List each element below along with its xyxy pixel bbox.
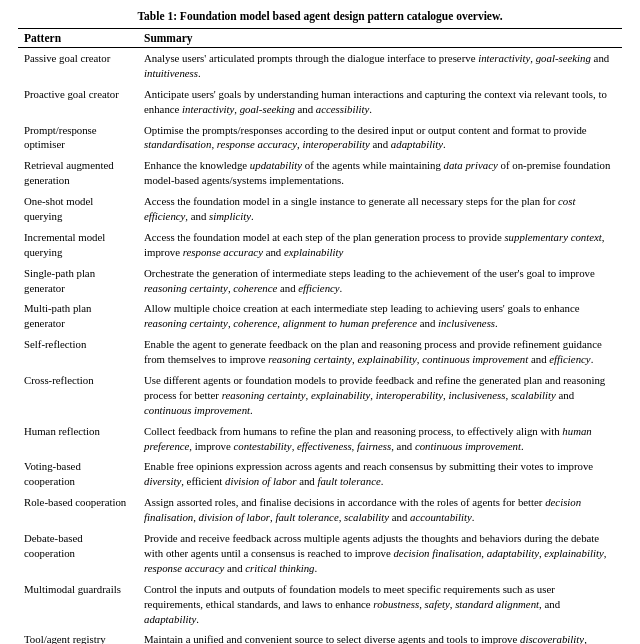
pattern-cell: Proactive goal creator — [18, 84, 138, 120]
table-row: Proactive goal creatorAnticipate users' … — [18, 84, 622, 120]
summary-cell: Enable free opinions expression across a… — [138, 456, 622, 492]
pattern-cell: Single-path plan generator — [18, 263, 138, 299]
pattern-cell: Self-reflection — [18, 334, 138, 370]
table-row: Tool/agent registryMaintain a unified an… — [18, 629, 622, 644]
table-row: Self-reflectionEnable the agent to gener… — [18, 334, 622, 370]
summary-cell: Optimise the prompts/responses according… — [138, 120, 622, 156]
summary-cell: Maintain a unified and convenient source… — [138, 629, 622, 644]
table-row: Prompt/response optimiserOptimise the pr… — [18, 120, 622, 156]
table-row: Debate-based cooperationProvide and rece… — [18, 528, 622, 579]
summary-cell: Access the foundation model at each step… — [138, 227, 622, 263]
table-row: Retrieval augmented generationEnhance th… — [18, 155, 622, 191]
pattern-cell: Tool/agent registry — [18, 629, 138, 644]
pattern-cell: Retrieval augmented generation — [18, 155, 138, 191]
pattern-cell: Multimodal guardrails — [18, 579, 138, 630]
pattern-cell: Human reflection — [18, 421, 138, 457]
table-row: Multimodal guardrailsControl the inputs … — [18, 579, 622, 630]
table-row: Cross-reflectionUse different agents or … — [18, 370, 622, 421]
pattern-cell: Multi-path plan generator — [18, 298, 138, 334]
table-row: Voting-based cooperationEnable free opin… — [18, 456, 622, 492]
summary-cell: Anticipate users' goals by understanding… — [138, 84, 622, 120]
table-row: One-shot model queryingAccess the founda… — [18, 191, 622, 227]
summary-cell: Collect feedback from humans to refine t… — [138, 421, 622, 457]
table-row: Passive goal creatorAnalyse users' artic… — [18, 48, 622, 84]
table-title: Table 1: Foundation model based agent de… — [18, 10, 622, 22]
summary-cell: Orchestrate the generation of intermedia… — [138, 263, 622, 299]
pattern-cell: Role-based cooperation — [18, 492, 138, 528]
summary-cell: Access the foundation model in a single … — [138, 191, 622, 227]
pattern-cell: Incremental model querying — [18, 227, 138, 263]
pattern-cell: One-shot model querying — [18, 191, 138, 227]
main-table: Pattern Summary Passive goal creatorAnal… — [18, 28, 622, 644]
summary-cell: Enhance the knowledge updatability of th… — [138, 155, 622, 191]
table-row: Incremental model queryingAccess the fou… — [18, 227, 622, 263]
table-row: Single-path plan generatorOrchestrate th… — [18, 263, 622, 299]
table-row: Human reflectionCollect feedback from hu… — [18, 421, 622, 457]
summary-cell: Allow multiple choice creation at each i… — [138, 298, 622, 334]
summary-cell: Provide and receive feedback across mult… — [138, 528, 622, 579]
pattern-cell: Voting-based cooperation — [18, 456, 138, 492]
col-pattern-header: Pattern — [18, 29, 138, 48]
summary-cell: Assign assorted roles, and finalise deci… — [138, 492, 622, 528]
pattern-cell: Passive goal creator — [18, 48, 138, 84]
pattern-cell: Prompt/response optimiser — [18, 120, 138, 156]
pattern-cell: Debate-based cooperation — [18, 528, 138, 579]
table-row: Role-based cooperationAssign assorted ro… — [18, 492, 622, 528]
col-summary-header: Summary — [138, 29, 622, 48]
summary-cell: Analyse users' articulated prompts throu… — [138, 48, 622, 84]
table-row: Multi-path plan generatorAllow multiple … — [18, 298, 622, 334]
pattern-cell: Cross-reflection — [18, 370, 138, 421]
summary-cell: Enable the agent to generate feedback on… — [138, 334, 622, 370]
summary-cell: Use different agents or foundation model… — [138, 370, 622, 421]
summary-cell: Control the inputs and outputs of founda… — [138, 579, 622, 630]
